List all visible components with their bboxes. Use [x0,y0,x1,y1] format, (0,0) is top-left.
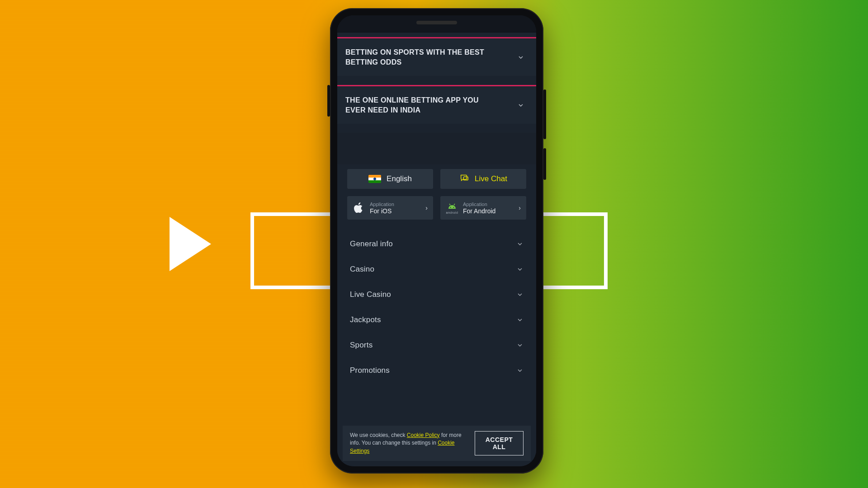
accordion-title: THE ONE ONLINE BETTING APP YOU EVER NEED… [345,95,499,115]
accordion-section: BETTING ON SPORTS WITH THE BEST BETTING … [337,37,536,76]
footer-link-label: Sports [350,341,373,350]
footer-links: General info Casino Live Casino Jac [347,228,526,386]
footer-link-sports[interactable]: Sports [348,333,525,358]
accordion-section: THE ONE ONLINE BETTING APP YOU EVER NEED… [337,85,536,124]
app-ios-button[interactable]: Application For iOS › [347,196,433,220]
footer-link-label: Promotions [350,366,390,375]
section-gap [337,133,536,164]
language-label: English [387,174,412,183]
chevron-down-icon [516,266,524,273]
status-bar [337,15,536,33]
cookie-banner: We use cookies, check Cookie Policy for … [343,426,531,461]
apple-icon [354,202,364,214]
android-icon: android [447,202,458,214]
app-android-button[interactable]: android Application For Android › [440,196,526,220]
chevron-down-icon [516,367,524,374]
svg-point-1 [450,207,451,208]
chevron-down-icon [516,240,524,248]
chevron-down-icon [517,102,524,109]
play-icon [170,217,211,271]
app-sup-label: Application [463,202,495,207]
app-android-label: For Android [463,207,495,215]
svg-point-2 [453,207,454,208]
app-download-row: Application For iOS › android Appl [347,196,526,220]
accordion-row-betting-odds[interactable]: BETTING ON SPORTS WITH THE BEST BETTING … [337,38,536,76]
android-wordmark: android [446,211,458,214]
footer-link-jackpots[interactable]: Jackpots [348,307,525,333]
accordion-title: BETTING ON SPORTS WITH THE BEST BETTING … [345,47,499,67]
phone-button-right-1 [543,89,546,139]
chevron-right-icon: › [519,204,521,211]
footer-link-promotions[interactable]: Promotions [348,358,525,383]
footer-link-label: Jackpots [350,315,381,324]
live-chat-button[interactable]: Live Chat [440,169,526,189]
cookie-accept-button[interactable]: ACCEPT ALL [475,431,524,455]
phone-button-left [327,85,330,117]
footer-link-live-casino[interactable]: Live Casino [348,282,525,307]
footer-link-label: General info [350,239,393,249]
footer-area: English Live Chat [337,164,536,386]
chevron-down-icon [516,316,524,324]
chevron-right-icon: › [425,204,428,211]
svg-rect-0 [463,177,468,180]
footer-link-label: Live Casino [350,290,391,299]
footer-link-casino[interactable]: Casino [348,257,525,282]
svg-line-3 [449,204,450,205]
chevron-down-icon [516,342,524,349]
live-chat-label: Live Chat [475,174,507,183]
chevron-down-icon [516,291,524,298]
app-ios-label: For iOS [370,207,394,215]
cookie-message: We use cookies, check Cookie Policy for … [350,432,467,455]
cookie-text-prefix: We use cookies, check [350,432,407,438]
app-sup-label: Application [370,202,394,207]
cookie-policy-link[interactable]: Cookie Policy [407,432,440,438]
chevron-down-icon [517,54,524,61]
svg-line-4 [454,204,455,205]
phone-button-right-2 [543,148,546,180]
footer-link-label: Casino [350,265,374,274]
phone-screen: BETTING ON SPORTS WITH THE BEST BETTING … [337,15,536,466]
stage: BETTING ON SPORTS WITH THE BEST BETTING … [0,0,868,488]
page-scroll[interactable]: BETTING ON SPORTS WITH THE BEST BETTING … [337,33,536,466]
phone-frame: BETTING ON SPORTS WITH THE BEST BETTING … [330,8,543,474]
top-pill-row: English Live Chat [347,169,526,189]
chat-icon [459,173,469,185]
footer-link-general-info[interactable]: General info [348,231,525,257]
language-button[interactable]: English [347,169,433,189]
accordion-row-betting-app-india[interactable]: THE ONE ONLINE BETTING APP YOU EVER NEED… [337,86,536,124]
flag-india-icon [368,175,381,183]
